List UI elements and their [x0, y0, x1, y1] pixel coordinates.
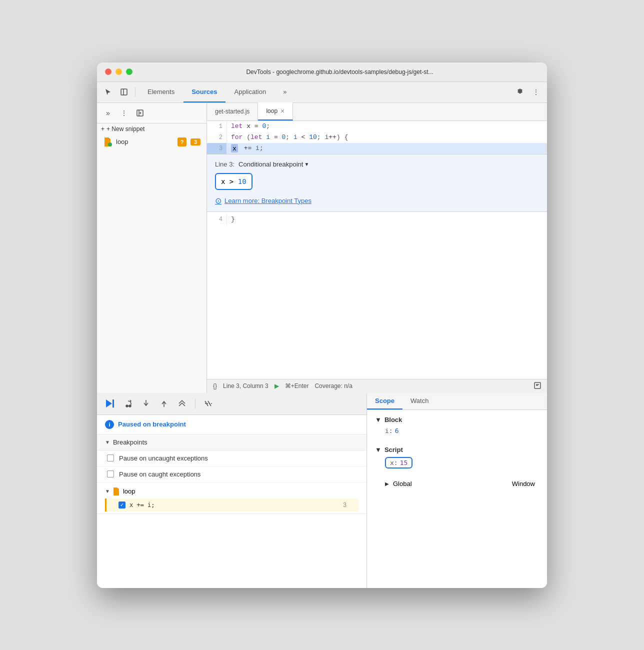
run-icon[interactable]: ▶: [274, 382, 279, 390]
traffic-lights: [105, 68, 132, 75]
back-icon[interactable]: [133, 106, 147, 120]
pause-caught-label: Pause on caught exceptions: [119, 470, 200, 478]
format-icon[interactable]: {}: [213, 382, 217, 390]
tab-more[interactable]: »: [275, 82, 294, 102]
svg-rect-8: [112, 400, 114, 408]
breakpoint-file-section: ▼ loop ✓ x += i; 3: [97, 482, 366, 514]
bp-code: x += i;: [130, 502, 339, 508]
block-label: Block: [384, 416, 402, 424]
debug-toolbar: [97, 393, 366, 415]
minimize-button[interactable]: [116, 68, 122, 75]
scope-panel: Scope Watch ▼ Block i: 6 ▼ Script: [367, 393, 547, 588]
svg-point-9: [126, 405, 128, 407]
breakpoints-section-header[interactable]: ▼ Breakpoints: [97, 434, 366, 450]
code-lines: 1 let x = 0; 2 for (let i = 0; i < 10; i…: [207, 121, 547, 379]
divider-1: [135, 87, 136, 97]
block-header[interactable]: ▼ Block: [375, 414, 539, 426]
step-over-button[interactable]: [121, 396, 135, 410]
bp-checked-icon: ✓: [118, 502, 126, 508]
resume-button[interactable]: [103, 396, 117, 410]
breakpoints-label: Breakpoints: [113, 438, 148, 446]
run-shortcut: ⌘+Enter: [285, 382, 309, 390]
step-out-button[interactable]: [157, 396, 171, 410]
file-tab-loop[interactable]: loop ×: [258, 102, 293, 120]
breakpoints-arrow: ▼: [105, 440, 110, 445]
status-bar: {} Line 3, Column 3 ▶ ⌘+Enter Coverage: …: [207, 379, 547, 393]
new-snippet-label: + New snippet: [106, 126, 144, 132]
breakpoint-popup: Line 3: Conditional breakpoint ▼ x > 10 …: [207, 154, 547, 212]
question-badge: ?: [178, 138, 186, 146]
loop-file-item[interactable]: loop ? 3: [97, 134, 206, 150]
tab-elements[interactable]: Elements: [140, 82, 182, 102]
bp-line-label: Line 3:: [215, 160, 234, 168]
sidebar-more-icon[interactable]: »: [101, 106, 115, 120]
file-tabs: get-started.js loop ×: [207, 103, 547, 121]
global-value: Window: [512, 480, 535, 488]
more-icon[interactable]: ⋮: [529, 85, 543, 99]
panel-icon[interactable]: [117, 85, 131, 99]
pause-uncaught-row: Pause on uncaught exceptions: [97, 450, 366, 466]
coverage-dropdown-icon[interactable]: [534, 382, 541, 390]
script-scope-section: ▼ Script x: 15: [367, 440, 547, 474]
x-value-outlined: x: 15: [385, 457, 412, 468]
code-line-4: 4 }: [207, 214, 547, 225]
new-snippet-button[interactable]: + + New snippet: [97, 124, 206, 134]
step-into-button[interactable]: [139, 396, 153, 410]
sidebar-dots-icon[interactable]: ⋮: [117, 106, 131, 120]
file-tab-active-label: loop: [266, 108, 278, 114]
line-content-1: let x = 0;: [227, 121, 547, 132]
file-tab-close[interactable]: ×: [280, 107, 284, 115]
kw-let-1: let: [231, 122, 242, 130]
var-x: x: [246, 122, 250, 130]
global-row[interactable]: ▶ Global Window: [375, 478, 539, 490]
coverage-text: Coverage: n/a: [314, 382, 352, 390]
close-button[interactable]: [105, 68, 112, 75]
learn-more-link[interactable]: ⊙ Learn more: Breakpoint Types: [215, 196, 539, 206]
maximize-button[interactable]: [126, 68, 132, 75]
bp-type-dropdown[interactable]: Conditional breakpoint ▼: [238, 160, 309, 168]
code-line-3: 3 x += i;: [207, 143, 547, 154]
line-content-4: }: [227, 214, 547, 225]
deactivate-button[interactable]: [202, 396, 216, 410]
bp-condition-text: x > 10: [221, 178, 246, 186]
file-icon: [103, 138, 112, 146]
step-button[interactable]: [175, 396, 189, 410]
x-key: x:: [390, 459, 398, 466]
tab-application[interactable]: Application: [226, 82, 274, 102]
code-area: get-started.js loop × 1 let x = 0;: [207, 103, 547, 393]
bp-item-row[interactable]: ✓ x += i; 3: [105, 498, 358, 512]
pause-banner: i Paused on breakpoint: [97, 415, 366, 434]
i-value: 6: [395, 427, 399, 434]
scope-tab[interactable]: Scope: [367, 393, 402, 410]
pause-caught-checkbox[interactable]: [107, 470, 114, 478]
bp-line-num: 3: [343, 502, 346, 508]
bp-type-label: Conditional breakpoint: [238, 160, 303, 168]
watch-tab[interactable]: Watch: [402, 393, 436, 410]
file-tab-label: get-started.js: [215, 108, 250, 115]
tab-sources[interactable]: Sources: [184, 82, 225, 102]
svg-point-10: [129, 405, 131, 407]
pause-uncaught-checkbox[interactable]: [107, 454, 114, 462]
script-header[interactable]: ▼ Script: [375, 444, 539, 456]
pause-caught-row: Pause on caught exceptions: [97, 466, 366, 482]
file-tab-get-started[interactable]: get-started.js: [207, 102, 258, 120]
scope-item-i: i: 6: [375, 426, 539, 436]
window-title: DevTools - googlechrome.github.io/devtoo…: [140, 68, 539, 76]
script-arrow: ▼: [375, 446, 382, 454]
debug-panel: i Paused on breakpoint ▼ Breakpoints Pau…: [97, 415, 367, 588]
bp-dropdown-arrow: ▼: [304, 162, 309, 167]
bp-file-icon: [113, 488, 120, 496]
pointer-icon[interactable]: [101, 85, 115, 99]
line-num-1: 1: [207, 121, 227, 132]
bp-file-row[interactable]: ▼ loop: [105, 484, 358, 498]
global-scope-section: ▶ Global Window: [367, 474, 547, 494]
snippet-dot: [108, 142, 112, 146]
pause-text: Paused on breakpoint: [118, 420, 186, 428]
top-toolbar: Elements Sources Application » ⋮: [97, 82, 547, 103]
breakpoint-header: Line 3: Conditional breakpoint ▼: [215, 160, 539, 168]
plus-icon: +: [101, 126, 104, 132]
sidebar: » ⋮ + + New snippet: [97, 103, 207, 393]
sidebar-toolbar: » ⋮: [97, 103, 206, 124]
settings-icon[interactable]: [513, 85, 527, 99]
line-content-2: for (let i = 0; i < 10; i++) {: [227, 132, 547, 143]
